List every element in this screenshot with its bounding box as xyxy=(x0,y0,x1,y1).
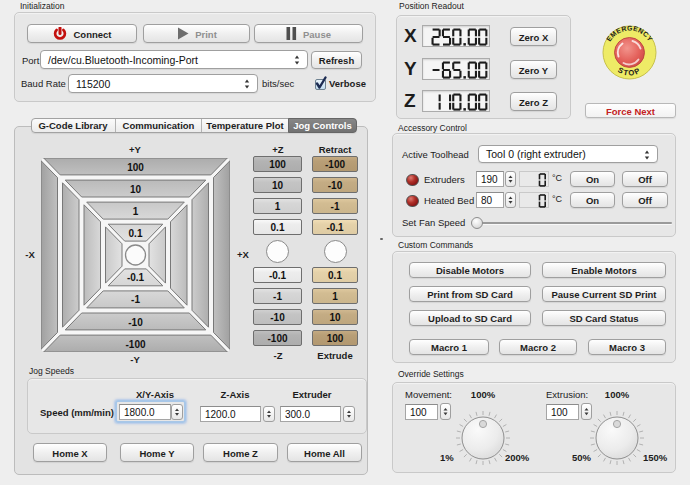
svg-text:10: 10 xyxy=(130,184,142,195)
svg-text:-100: -100 xyxy=(125,339,145,350)
svg-text:0.1: 0.1 xyxy=(129,228,143,239)
svg-text:-0.1: -0.1 xyxy=(127,272,145,283)
svg-text:-1: -1 xyxy=(131,294,140,305)
svg-text:1: 1 xyxy=(133,206,139,217)
svg-text:100: 100 xyxy=(127,162,144,173)
svg-text:-10: -10 xyxy=(128,317,143,328)
